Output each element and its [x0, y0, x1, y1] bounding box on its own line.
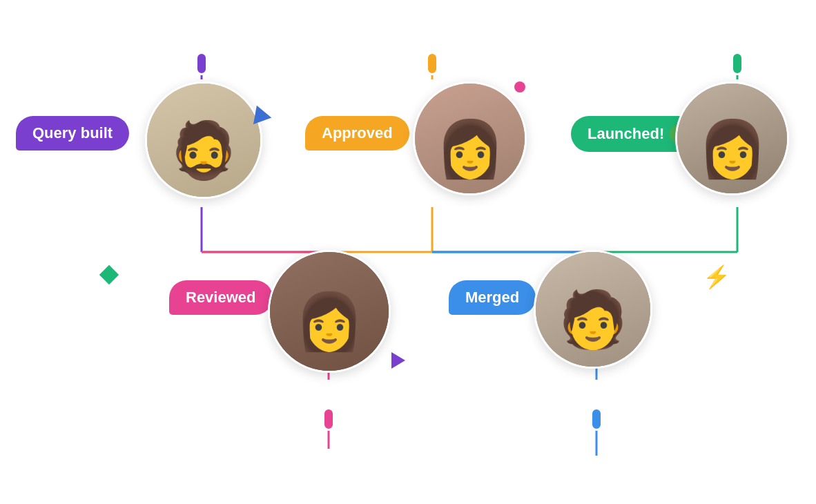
query-built-label: Query built [32, 124, 113, 142]
avatar-placeholder-3: 👩 [677, 84, 787, 193]
purple-triangle-deco [391, 352, 405, 369]
workflow-canvas: Query built Approved Launched! Reviewed … [0, 0, 816, 504]
merged-bubble: Merged [449, 280, 536, 315]
avatar-person2: 👩 [413, 81, 527, 195]
query-built-bubble: Query built [16, 116, 129, 151]
approved-bubble: Approved [305, 116, 409, 151]
pink-dot-deco [514, 81, 525, 93]
launched-label: Launched! [587, 125, 664, 143]
connector-pill-blue [590, 407, 603, 431]
reviewed-bubble: Reviewed [169, 280, 273, 315]
avatar-placeholder-2: 👩 [415, 84, 525, 193]
approved-label: Approved [322, 124, 393, 142]
avatar-placeholder-4: 👩 [270, 252, 389, 371]
avatar-placeholder-5: 🧑 [536, 252, 650, 367]
green-diamond-deco [99, 265, 119, 284]
connector-pill-orange [426, 52, 438, 75]
reviewed-label: Reviewed [186, 289, 256, 307]
connector-pill-purple [195, 52, 208, 75]
avatar-person4: 👩 [268, 250, 391, 373]
avatar-person5: 🧑 [534, 250, 652, 369]
merged-label: Merged [465, 289, 519, 307]
avatar-placeholder-1: 🧔 [147, 84, 260, 197]
avatar-person3: 👩 [675, 81, 789, 195]
workflow-lines [0, 0, 816, 504]
connector-pill-pink [322, 407, 335, 431]
avatar-person1: 🧔 [145, 81, 262, 199]
lightning-deco: ⚡ [703, 266, 730, 288]
connector-pill-green [731, 52, 744, 75]
